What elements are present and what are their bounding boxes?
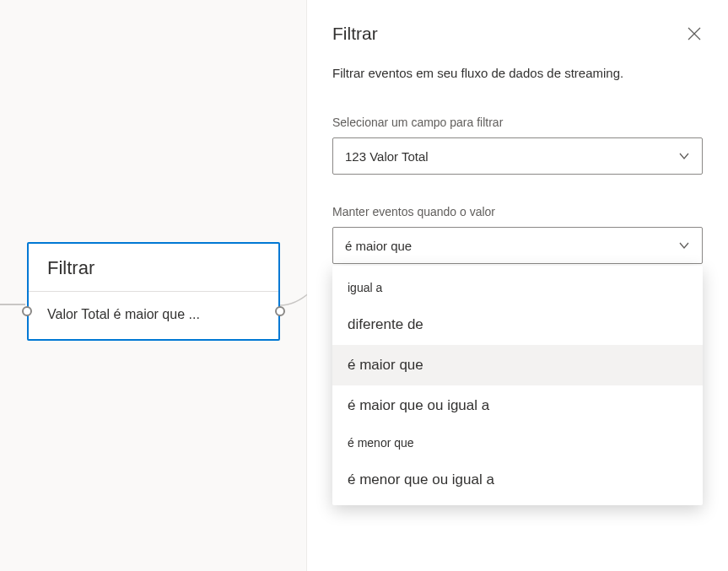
dropdown-option[interactable]: é menor que	[332, 426, 703, 460]
field-select-value: 123 Valor Total	[345, 149, 429, 164]
close-icon[interactable]	[686, 25, 703, 42]
panel-header: Filtrar	[332, 24, 703, 44]
wire-in	[0, 304, 25, 305]
side-panel: Filtrar Filtrar eventos em seu fluxo de …	[307, 0, 728, 571]
canvas-area[interactable]: Filtrar Valor Total é maior que ...	[0, 0, 307, 571]
panel-title: Filtrar	[332, 24, 378, 44]
field-select[interactable]: 123 Valor Total	[332, 137, 703, 175]
condition-select-value: é maior que	[345, 239, 412, 253]
dropdown-option[interactable]: é maior que	[332, 345, 703, 385]
field-select-label: Selecionar um campo para filtrar	[332, 116, 703, 129]
condition-select[interactable]: é maior que	[332, 227, 703, 264]
dropdown-option[interactable]: é menor que ou igual a	[332, 460, 703, 500]
dropdown-option[interactable]: diferente de	[332, 304, 703, 345]
condition-select-label: Manter eventos quando o valor	[332, 205, 703, 218]
node-title: Filtrar	[29, 244, 278, 292]
condition-dropdown: igual adiferente deé maior queé maior qu…	[332, 266, 703, 505]
dropdown-option[interactable]: é maior que ou igual a	[332, 385, 703, 426]
chevron-down-icon	[678, 240, 690, 251]
node-port-output[interactable]	[275, 306, 285, 316]
dropdown-option[interactable]: igual a	[332, 271, 703, 304]
node-summary: Valor Total é maior que ...	[29, 292, 278, 339]
filter-node[interactable]: Filtrar Valor Total é maior que ...	[27, 242, 280, 341]
panel-description: Filtrar eventos em seu fluxo de dados de…	[332, 64, 703, 82]
node-port-input[interactable]	[22, 306, 32, 316]
chevron-down-icon	[678, 150, 690, 162]
